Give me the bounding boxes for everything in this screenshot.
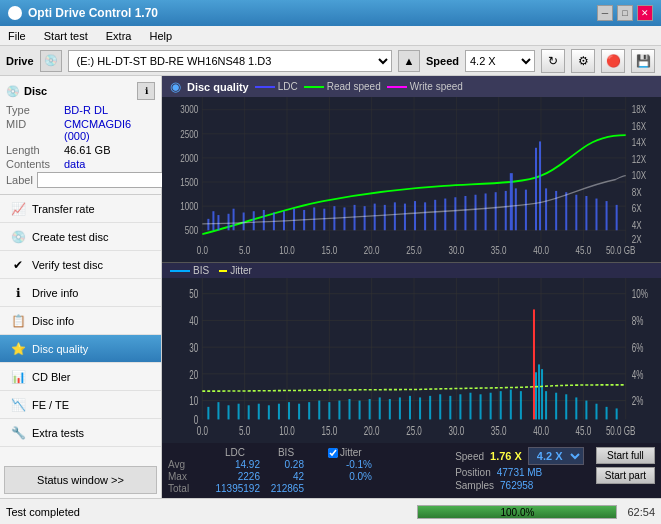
nav-create-test-disc[interactable]: 💿 Create test disc: [0, 223, 161, 251]
svg-rect-147: [510, 390, 512, 420]
svg-text:10.0: 10.0: [279, 246, 295, 257]
svg-text:30: 30: [189, 340, 198, 354]
svg-rect-143: [469, 393, 471, 420]
bis-header: BIS: [268, 447, 304, 458]
legend-ldc-label: LDC: [278, 81, 298, 92]
svg-rect-146: [500, 391, 502, 419]
verify-test-disc-icon: ✔: [10, 257, 26, 273]
settings-button[interactable]: ⚙: [571, 49, 595, 73]
erase-button[interactable]: 🔴: [601, 49, 625, 73]
svg-rect-138: [419, 397, 421, 419]
svg-rect-133: [369, 399, 371, 419]
svg-rect-56: [424, 202, 426, 230]
jitter-checkbox[interactable]: [328, 448, 338, 458]
disc-header: 💿 Disc ℹ: [6, 82, 155, 100]
svg-text:2X: 2X: [632, 234, 642, 245]
nav-cd-bler-label: CD Bler: [32, 371, 71, 383]
svg-text:10X: 10X: [632, 171, 646, 182]
status-window-button[interactable]: Status window >>: [4, 466, 157, 494]
svg-text:5.0: 5.0: [239, 423, 250, 437]
max-row: Max 2226 42 0.0%: [168, 471, 443, 482]
svg-rect-74: [585, 196, 587, 230]
status-window-label: Status window >>: [37, 474, 124, 486]
speed-header: Speed: [455, 451, 484, 462]
menu-extra[interactable]: Extra: [102, 30, 136, 42]
length-label: Length: [6, 144, 64, 156]
svg-rect-160: [533, 309, 535, 419]
bis-legend: BIS Jitter: [162, 263, 661, 278]
stats-speed-section: Speed 1.76 X 4.2 X Position 47731 MB Sam…: [455, 447, 584, 491]
nav-disc-quality[interactable]: ⭐ Disc quality: [0, 335, 161, 363]
svg-rect-144: [480, 394, 482, 419]
bottom-bar: Test completed 100.0% 62:54: [0, 498, 661, 524]
nav-cd-bler[interactable]: 📊 CD Bler: [0, 363, 161, 391]
svg-rect-124: [278, 404, 280, 420]
maximize-button[interactable]: □: [617, 5, 633, 21]
disc-label-row: Label 🔍: [6, 172, 155, 188]
charts-container: 3000 2500 2000 1500 1000 500 18X 16X 14X…: [162, 97, 661, 498]
label-label: Label: [6, 174, 33, 186]
menu-file[interactable]: File: [4, 30, 30, 42]
type-label: Type: [6, 104, 64, 116]
svg-rect-36: [228, 214, 230, 231]
nav-extra-tests[interactable]: 🔧 Extra tests: [0, 419, 161, 447]
speed-label: Speed: [426, 55, 459, 67]
type-value: BD-R DL: [64, 104, 155, 116]
nav-disc-info-label: Disc info: [32, 315, 74, 327]
minimize-button[interactable]: ─: [597, 5, 613, 21]
drive-select[interactable]: (E:) HL-DT-ST BD-RE WH16NS48 1.D3: [68, 50, 392, 72]
speed-value: 1.76 X: [490, 450, 522, 462]
nav-extra-tests-label: Extra tests: [32, 427, 84, 439]
svg-rect-148: [520, 391, 522, 419]
svg-rect-122: [258, 404, 260, 420]
start-full-button[interactable]: Start full: [596, 447, 655, 464]
disc-mid-row: MID CMCMAGDI6 (000): [6, 118, 155, 142]
disc-icon: 💿: [6, 85, 20, 98]
eject-button[interactable]: ▲: [398, 50, 420, 72]
start-part-button[interactable]: Start part: [596, 467, 655, 484]
fe-te-icon: 📉: [10, 397, 26, 413]
top-chart: 3000 2500 2000 1500 1000 500 18X 16X 14X…: [162, 97, 661, 263]
svg-rect-157: [595, 404, 597, 420]
speed-select[interactable]: 4.2 X: [465, 50, 535, 72]
svg-rect-142: [459, 394, 461, 419]
nav-disc-info[interactable]: 📋 Disc info: [0, 307, 161, 335]
svg-text:2500: 2500: [180, 129, 198, 140]
nav-fe-te[interactable]: 📉 FE / TE: [0, 391, 161, 419]
contents-label: Contents: [6, 158, 64, 170]
menu-help[interactable]: Help: [145, 30, 176, 42]
disc-info-icon[interactable]: ℹ: [137, 82, 155, 100]
label-input[interactable]: [37, 172, 166, 188]
disc-panel: 💿 Disc ℹ Type BD-R DL MID CMCMAGDI6 (000…: [0, 76, 161, 195]
ldc-header: LDC: [210, 447, 260, 458]
svg-rect-158: [606, 407, 608, 420]
svg-rect-130: [338, 401, 340, 420]
svg-rect-59: [454, 197, 456, 230]
chart-header: ◉ Disc quality LDC Read speed Write spee…: [162, 76, 661, 97]
svg-rect-62: [485, 193, 487, 230]
menu-start-test[interactable]: Start test: [40, 30, 92, 42]
position-row: Position 47731 MB: [455, 467, 584, 478]
nav-disc-quality-label: Disc quality: [32, 343, 88, 355]
svg-rect-119: [228, 405, 230, 419]
drive-label: Drive: [6, 55, 34, 67]
svg-rect-125: [288, 402, 290, 419]
speed-dropdown-select[interactable]: 4.2 X: [528, 447, 584, 465]
legend-jitter-label: Jitter: [230, 265, 252, 276]
svg-text:10.0: 10.0: [279, 423, 295, 437]
ldc-avg: 14.92: [210, 459, 260, 470]
position-header: Position: [455, 467, 491, 478]
save-button[interactable]: 💾: [631, 49, 655, 73]
svg-text:40.0: 40.0: [533, 423, 549, 437]
extra-tests-icon: 🔧: [10, 425, 26, 441]
close-button[interactable]: ✕: [637, 5, 653, 21]
svg-text:8X: 8X: [632, 187, 642, 198]
refresh-button[interactable]: ↻: [541, 49, 565, 73]
nav-verify-test-disc[interactable]: ✔ Verify test disc: [0, 251, 161, 279]
svg-rect-73: [575, 195, 577, 231]
svg-text:25.0: 25.0: [406, 423, 422, 437]
nav-transfer-rate[interactable]: 📈 Transfer rate: [0, 195, 161, 223]
svg-rect-154: [565, 394, 567, 419]
svg-text:50.0 GB: 50.0 GB: [606, 423, 636, 437]
nav-drive-info[interactable]: ℹ Drive info: [0, 279, 161, 307]
